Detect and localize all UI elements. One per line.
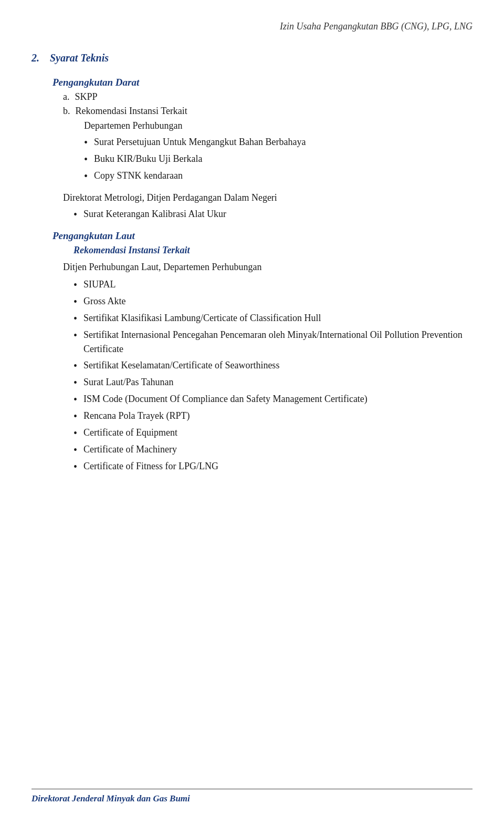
bullet-item: Certificate of Fitness for LPG/LNG — [74, 459, 472, 474]
item-a-prefix: a. — [63, 91, 70, 102]
item-b-prefix: b. — [63, 106, 70, 117]
dept-perhubungan-bullets: Surat Persetujuan Untuk Mengangkut Bahan… — [84, 135, 472, 183]
footer-text: Direktorat Jenderal Minyak dan Gas Bumi — [32, 786, 472, 804]
header-title-text: Izin Usaha Pengangkutan BBG (CNG), LPG, … — [280, 21, 472, 32]
subsection-darat: Pengangkutan Darat a. SKPP b. Rekomendas… — [32, 77, 472, 222]
section-title: Syarat Teknis — [50, 52, 109, 64]
item-b-text: Rekomendasi Instansi Terkait — [76, 106, 187, 117]
bullet-item: Surat Persetujuan Untuk Mengangkut Bahan… — [84, 135, 472, 150]
bullet-item: Surat Keterangan Kalibrasi Alat Ukur — [74, 207, 472, 222]
rekomendasi-instansi-label: Rekomendasi Instansi Terkait — [74, 245, 472, 256]
bullet-item: ISM Code (Document Of Compliance dan Saf… — [74, 392, 472, 407]
bullet-item: Certificate of Equipment — [74, 426, 472, 440]
bullet-item: Copy STNK kendaraan — [84, 169, 472, 183]
page-container: Izin Usaha Pengangkutan BBG (CNG), LPG, … — [0, 0, 504, 825]
dept-perhubungan-label: Departemen Perhubungan — [84, 119, 472, 133]
subsection-darat-label: Pengangkutan Darat — [52, 77, 472, 88]
laut-bullets: SIUPAL Gross Akte Sertifikat Klasifikasi… — [74, 277, 472, 474]
item-a-text: SKPP — [75, 91, 98, 102]
direktorat-metrologi-text: Direktorat Metrologi, Ditjen Perdagangan… — [63, 191, 472, 205]
subsection-laut-label: Pengangkutan Laut — [52, 230, 472, 242]
subsection-laut: Pengangkutan Laut Rekomendasi Instansi T… — [32, 230, 472, 474]
bullet-item: Surat Laut/Pas Tahunan — [74, 375, 472, 390]
section-number: 2. — [32, 52, 39, 64]
laut-intro-text: Ditjen Perhubungan Laut, Departemen Perh… — [63, 260, 472, 274]
bullet-item: SIUPAL — [74, 277, 472, 292]
bullet-item: Sertifikat Keselamatan/Certificate of Se… — [74, 358, 472, 373]
bullet-item: Buku KIR/Buku Uji Berkala — [84, 152, 472, 167]
bullet-item: Rencana Pola Trayek (RPT) — [74, 409, 472, 424]
bullet-item: Certificate of Machinery — [74, 442, 472, 457]
bullet-item: Sertifikat Internasional Pencegahan Penc… — [74, 328, 472, 356]
bullet-item: Sertifikat Klasifikasi Lambung/Certicate… — [74, 311, 472, 326]
metrologi-bullets: Surat Keterangan Kalibrasi Alat Ukur — [74, 207, 472, 222]
header-title: Izin Usaha Pengangkutan BBG (CNG), LPG, … — [32, 21, 472, 36]
bullet-item: Gross Akte — [74, 294, 472, 309]
